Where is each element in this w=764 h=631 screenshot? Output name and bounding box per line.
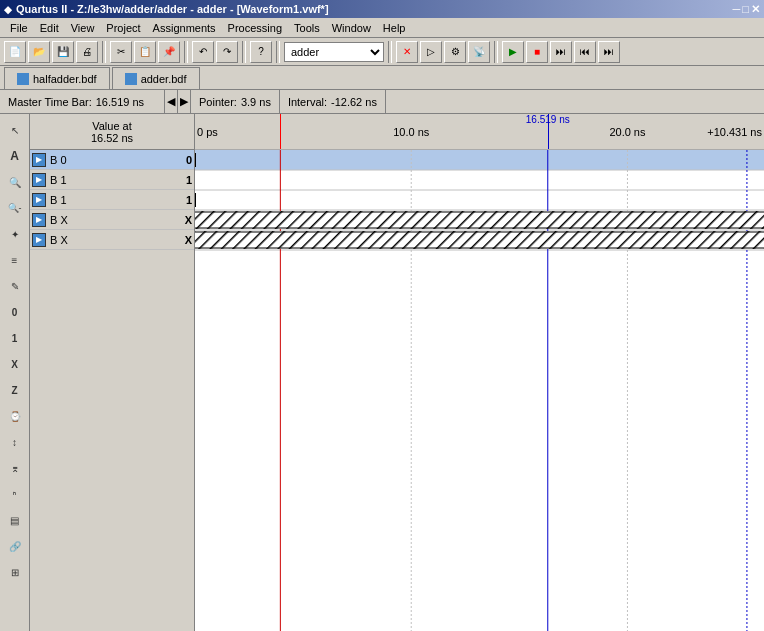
tab-halfadder[interactable]: halfadder.bdf	[4, 67, 110, 89]
random-tool[interactable]: ⁿ	[3, 482, 27, 506]
svg-rect-20	[195, 231, 764, 249]
compile-btn[interactable]: ✕	[396, 41, 418, 63]
copy-btn[interactable]: 📋	[134, 41, 156, 63]
snap-tool[interactable]: 🔗	[3, 534, 27, 558]
scroll-left[interactable]: ◀	[165, 90, 178, 113]
menu-processing[interactable]: Processing	[222, 20, 288, 36]
menu-edit[interactable]: Edit	[34, 20, 65, 36]
signal-row-4[interactable]: ▶ B X X	[30, 230, 194, 250]
sep4	[276, 41, 280, 63]
sim-btn[interactable]: ▷	[420, 41, 442, 63]
signal-icon-3: ▶	[32, 213, 46, 227]
signal-value-0: 0	[186, 154, 192, 166]
tab-bar: halfadder.bdf adder.bdf	[0, 66, 764, 90]
valuez-tool[interactable]: Z	[3, 378, 27, 402]
waveform-container: Master Time Bar: 16.519 ns ◀ ▶ Pointer: …	[0, 90, 764, 631]
signal-value-3: X	[185, 214, 192, 226]
text-tool[interactable]: A	[3, 144, 27, 168]
zoom-out-tool[interactable]: 🔍-	[3, 196, 27, 220]
signal-panel: Value at16.52 ns ▶ B 0 0 ▶ B 1 1 ▶ B 1 1…	[30, 114, 195, 631]
paste-btn[interactable]: 📌	[158, 41, 180, 63]
interval-value: -12.62 ns	[331, 96, 377, 108]
help-btn[interactable]: ?	[250, 41, 272, 63]
menu-window[interactable]: Window	[326, 20, 377, 36]
signal-name-0: B 0	[50, 154, 67, 166]
group-tool[interactable]: ⊞	[3, 560, 27, 584]
interval-label: Interval:	[288, 96, 327, 108]
svg-rect-17	[195, 211, 764, 229]
time-0ps: 0 ps	[197, 126, 218, 138]
bus-tool[interactable]: ▤	[3, 508, 27, 532]
halfadder-tab-label: halfadder.bdf	[33, 73, 97, 85]
project-combo[interactable]: adder	[284, 42, 384, 62]
forward-btn[interactable]: ⏭	[550, 41, 572, 63]
signal-name-2: B 1	[50, 194, 67, 206]
signal-value-4: X	[185, 234, 192, 246]
signal-panel-header: Value at16.52 ns	[30, 114, 194, 150]
value1-tool[interactable]: 1	[3, 326, 27, 350]
count-tool[interactable]: ⌆	[3, 456, 27, 480]
app-icon: ◆	[4, 4, 12, 15]
stop-btn[interactable]: ■	[526, 41, 548, 63]
waveform-display[interactable]: 0 ps 10.0 ns 20.0 ns 16.519 ns +10.431 n…	[195, 114, 764, 631]
valuex-tool[interactable]: X	[3, 352, 27, 376]
left-tools: ↖ A 🔍 🔍- ✦ ≡ ✎ 0 1 X Z ⌚ ↕ ⌆ ⁿ ▤ 🔗 ⊞	[0, 114, 30, 631]
signal-icon-4: ▶	[32, 233, 46, 247]
signal-value-1: 1	[186, 174, 192, 186]
sep6	[494, 41, 498, 63]
fullstep-btn[interactable]: ⏭	[598, 41, 620, 63]
save-btn[interactable]: 💾	[52, 41, 74, 63]
scroll-right[interactable]: ▶	[178, 90, 191, 113]
signal-row-3[interactable]: ▶ B X X	[30, 210, 194, 230]
redo-btn[interactable]: ↷	[216, 41, 238, 63]
time-right: +10.431 ns	[707, 126, 762, 138]
invert-tool[interactable]: ↕	[3, 430, 27, 454]
back-btn[interactable]: ⏮	[574, 41, 596, 63]
pointer-value: 3.9 ns	[241, 96, 271, 108]
signal-row-1[interactable]: ▶ B 1 1	[30, 170, 194, 190]
maximize-btn[interactable]: □	[742, 3, 749, 15]
signal-value-2: 1	[186, 194, 192, 206]
print-btn[interactable]: 🖨	[76, 41, 98, 63]
toolbar: 📄 📂 💾 🖨 ✂ 📋 📌 ↶ ↷ ? adder ✕ ▷ ⚙ 📡 ▶ ■ ⏭ …	[0, 38, 764, 66]
menu-bar: File Edit View Project Assignments Proce…	[0, 18, 764, 38]
run-btn[interactable]: ▶	[502, 41, 524, 63]
signal-icon-0: ▶	[32, 153, 46, 167]
menu-view[interactable]: View	[65, 20, 101, 36]
menu-tools[interactable]: Tools	[288, 20, 326, 36]
tab-adder[interactable]: adder.bdf	[112, 67, 200, 89]
signal-icon-1: ▶	[32, 173, 46, 187]
menu-assignments[interactable]: Assignments	[147, 20, 222, 36]
close-btn[interactable]: ✕	[751, 3, 760, 16]
new-btn[interactable]: 📄	[4, 41, 26, 63]
time-20ns: 20.0 ns	[609, 126, 645, 138]
adder-tab-label: adder.bdf	[141, 73, 187, 85]
signal-name-1: B 1	[50, 174, 67, 186]
clock-tool[interactable]: ⌚	[3, 404, 27, 428]
menu-help[interactable]: Help	[377, 20, 412, 36]
zoom-in-tool[interactable]: 🔍	[3, 170, 27, 194]
add-node-tool[interactable]: ✦	[3, 222, 27, 246]
menu-project[interactable]: Project	[100, 20, 146, 36]
waveform-svg	[195, 150, 764, 631]
signal-row-0[interactable]: ▶ B 0 0	[30, 150, 194, 170]
signal-name-3: B X	[50, 214, 68, 226]
menu-file[interactable]: File	[4, 20, 34, 36]
sep5	[388, 41, 392, 63]
analyze-btn[interactable]: ⚙	[444, 41, 466, 63]
open-btn[interactable]: 📂	[28, 41, 50, 63]
value0-tool[interactable]: 0	[3, 300, 27, 324]
edit-tool[interactable]: ✎	[3, 274, 27, 298]
halfadder-tab-icon	[17, 73, 29, 85]
minimize-btn[interactable]: ─	[733, 3, 741, 15]
cut-btn[interactable]: ✂	[110, 41, 132, 63]
select-tool[interactable]: ↖	[3, 118, 27, 142]
interval-section: Interval: -12.62 ns	[280, 90, 386, 113]
pointer-label: Pointer:	[199, 96, 237, 108]
master-time-value: 16.519 ns	[96, 96, 144, 108]
signal-row-2[interactable]: ▶ B 1 1	[30, 190, 194, 210]
title-bar: ◆ Quartus II - Z:/le3hw/adder/adder - ad…	[0, 0, 764, 18]
program-btn[interactable]: 📡	[468, 41, 490, 63]
undo-btn[interactable]: ↶	[192, 41, 214, 63]
add-bus-tool[interactable]: ≡	[3, 248, 27, 272]
